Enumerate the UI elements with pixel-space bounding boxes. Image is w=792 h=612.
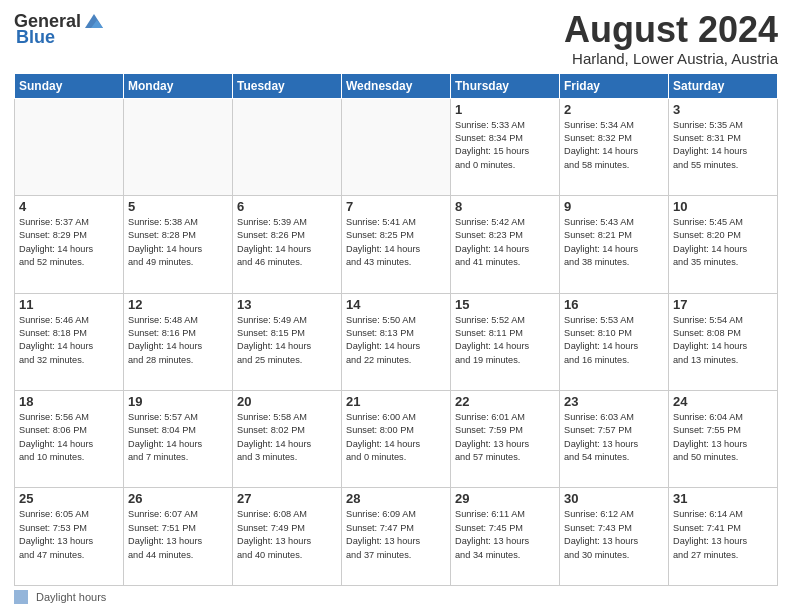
- title-location: Harland, Lower Austria, Austria: [564, 50, 778, 67]
- table-row: 29Sunrise: 6:11 AMSunset: 7:45 PMDayligh…: [451, 488, 560, 586]
- calendar-header-row: Sunday Monday Tuesday Wednesday Thursday…: [15, 73, 778, 98]
- day-info: Sunrise: 5:35 AMSunset: 8:31 PMDaylight:…: [673, 119, 773, 172]
- logo-icon: [83, 10, 105, 32]
- day-number: 3: [673, 102, 773, 117]
- calendar-week-row: 25Sunrise: 6:05 AMSunset: 7:53 PMDayligh…: [15, 488, 778, 586]
- day-number: 13: [237, 297, 337, 312]
- day-info: Sunrise: 5:39 AMSunset: 8:26 PMDaylight:…: [237, 216, 337, 269]
- col-thursday: Thursday: [451, 73, 560, 98]
- day-info: Sunrise: 5:53 AMSunset: 8:10 PMDaylight:…: [564, 314, 664, 367]
- day-number: 21: [346, 394, 446, 409]
- day-number: 11: [19, 297, 119, 312]
- day-info: Sunrise: 6:01 AMSunset: 7:59 PMDaylight:…: [455, 411, 555, 464]
- day-number: 19: [128, 394, 228, 409]
- table-row: 20Sunrise: 5:58 AMSunset: 8:02 PMDayligh…: [233, 391, 342, 488]
- table-row: 4Sunrise: 5:37 AMSunset: 8:29 PMDaylight…: [15, 196, 124, 293]
- day-info: Sunrise: 5:49 AMSunset: 8:15 PMDaylight:…: [237, 314, 337, 367]
- day-info: Sunrise: 6:11 AMSunset: 7:45 PMDaylight:…: [455, 508, 555, 561]
- table-row: 14Sunrise: 5:50 AMSunset: 8:13 PMDayligh…: [342, 293, 451, 390]
- table-row: 12Sunrise: 5:48 AMSunset: 8:16 PMDayligh…: [124, 293, 233, 390]
- day-info: Sunrise: 5:56 AMSunset: 8:06 PMDaylight:…: [19, 411, 119, 464]
- table-row: 10Sunrise: 5:45 AMSunset: 8:20 PMDayligh…: [669, 196, 778, 293]
- col-sunday: Sunday: [15, 73, 124, 98]
- day-number: 18: [19, 394, 119, 409]
- table-row: 2Sunrise: 5:34 AMSunset: 8:32 PMDaylight…: [560, 98, 669, 195]
- col-wednesday: Wednesday: [342, 73, 451, 98]
- table-row: 23Sunrise: 6:03 AMSunset: 7:57 PMDayligh…: [560, 391, 669, 488]
- day-number: 15: [455, 297, 555, 312]
- logo-blue: Blue: [16, 28, 55, 46]
- table-row: 9Sunrise: 5:43 AMSunset: 8:21 PMDaylight…: [560, 196, 669, 293]
- calendar-week-row: 4Sunrise: 5:37 AMSunset: 8:29 PMDaylight…: [15, 196, 778, 293]
- table-row: 1Sunrise: 5:33 AMSunset: 8:34 PMDaylight…: [451, 98, 560, 195]
- day-info: Sunrise: 5:52 AMSunset: 8:11 PMDaylight:…: [455, 314, 555, 367]
- day-info: Sunrise: 5:46 AMSunset: 8:18 PMDaylight:…: [19, 314, 119, 367]
- table-row: 5Sunrise: 5:38 AMSunset: 8:28 PMDaylight…: [124, 196, 233, 293]
- day-info: Sunrise: 5:42 AMSunset: 8:23 PMDaylight:…: [455, 216, 555, 269]
- calendar-week-row: 1Sunrise: 5:33 AMSunset: 8:34 PMDaylight…: [15, 98, 778, 195]
- day-info: Sunrise: 5:33 AMSunset: 8:34 PMDaylight:…: [455, 119, 555, 172]
- footer: Daylight hours: [14, 590, 778, 604]
- table-row: [124, 98, 233, 195]
- calendar: Sunday Monday Tuesday Wednesday Thursday…: [14, 73, 778, 586]
- table-row: [342, 98, 451, 195]
- day-info: Sunrise: 6:03 AMSunset: 7:57 PMDaylight:…: [564, 411, 664, 464]
- day-info: Sunrise: 6:14 AMSunset: 7:41 PMDaylight:…: [673, 508, 773, 561]
- day-info: Sunrise: 6:00 AMSunset: 8:00 PMDaylight:…: [346, 411, 446, 464]
- table-row: 25Sunrise: 6:05 AMSunset: 7:53 PMDayligh…: [15, 488, 124, 586]
- day-number: 30: [564, 491, 664, 506]
- day-number: 20: [237, 394, 337, 409]
- table-row: 22Sunrise: 6:01 AMSunset: 7:59 PMDayligh…: [451, 391, 560, 488]
- legend-box: [14, 590, 28, 604]
- table-row: 21Sunrise: 6:00 AMSunset: 8:00 PMDayligh…: [342, 391, 451, 488]
- day-info: Sunrise: 5:38 AMSunset: 8:28 PMDaylight:…: [128, 216, 228, 269]
- table-row: 3Sunrise: 5:35 AMSunset: 8:31 PMDaylight…: [669, 98, 778, 195]
- day-info: Sunrise: 6:08 AMSunset: 7:49 PMDaylight:…: [237, 508, 337, 561]
- day-info: Sunrise: 6:04 AMSunset: 7:55 PMDaylight:…: [673, 411, 773, 464]
- legend-label: Daylight hours: [36, 591, 106, 603]
- day-info: Sunrise: 5:50 AMSunset: 8:13 PMDaylight:…: [346, 314, 446, 367]
- day-info: Sunrise: 5:57 AMSunset: 8:04 PMDaylight:…: [128, 411, 228, 464]
- title-month: August 2024: [564, 10, 778, 50]
- table-row: 16Sunrise: 5:53 AMSunset: 8:10 PMDayligh…: [560, 293, 669, 390]
- day-number: 5: [128, 199, 228, 214]
- day-info: Sunrise: 6:07 AMSunset: 7:51 PMDaylight:…: [128, 508, 228, 561]
- day-info: Sunrise: 5:54 AMSunset: 8:08 PMDaylight:…: [673, 314, 773, 367]
- day-number: 27: [237, 491, 337, 506]
- day-number: 2: [564, 102, 664, 117]
- day-number: 22: [455, 394, 555, 409]
- col-friday: Friday: [560, 73, 669, 98]
- col-monday: Monday: [124, 73, 233, 98]
- calendar-week-row: 18Sunrise: 5:56 AMSunset: 8:06 PMDayligh…: [15, 391, 778, 488]
- day-number: 14: [346, 297, 446, 312]
- table-row: 28Sunrise: 6:09 AMSunset: 7:47 PMDayligh…: [342, 488, 451, 586]
- title-block: August 2024 Harland, Lower Austria, Aust…: [564, 10, 778, 67]
- day-info: Sunrise: 5:58 AMSunset: 8:02 PMDaylight:…: [237, 411, 337, 464]
- table-row: 11Sunrise: 5:46 AMSunset: 8:18 PMDayligh…: [15, 293, 124, 390]
- day-number: 29: [455, 491, 555, 506]
- day-number: 7: [346, 199, 446, 214]
- table-row: 15Sunrise: 5:52 AMSunset: 8:11 PMDayligh…: [451, 293, 560, 390]
- header: General Blue August 2024 Harland, Lower …: [14, 10, 778, 67]
- table-row: 17Sunrise: 5:54 AMSunset: 8:08 PMDayligh…: [669, 293, 778, 390]
- day-number: 28: [346, 491, 446, 506]
- day-info: Sunrise: 6:09 AMSunset: 7:47 PMDaylight:…: [346, 508, 446, 561]
- day-number: 25: [19, 491, 119, 506]
- day-info: Sunrise: 5:43 AMSunset: 8:21 PMDaylight:…: [564, 216, 664, 269]
- day-number: 8: [455, 199, 555, 214]
- day-number: 1: [455, 102, 555, 117]
- table-row: 30Sunrise: 6:12 AMSunset: 7:43 PMDayligh…: [560, 488, 669, 586]
- table-row: 13Sunrise: 5:49 AMSunset: 8:15 PMDayligh…: [233, 293, 342, 390]
- table-row: 6Sunrise: 5:39 AMSunset: 8:26 PMDaylight…: [233, 196, 342, 293]
- day-number: 16: [564, 297, 664, 312]
- day-info: Sunrise: 5:48 AMSunset: 8:16 PMDaylight:…: [128, 314, 228, 367]
- day-info: Sunrise: 6:05 AMSunset: 7:53 PMDaylight:…: [19, 508, 119, 561]
- day-info: Sunrise: 6:12 AMSunset: 7:43 PMDaylight:…: [564, 508, 664, 561]
- table-row: [233, 98, 342, 195]
- table-row: 24Sunrise: 6:04 AMSunset: 7:55 PMDayligh…: [669, 391, 778, 488]
- logo: General Blue: [14, 10, 105, 46]
- day-number: 10: [673, 199, 773, 214]
- day-number: 23: [564, 394, 664, 409]
- col-tuesday: Tuesday: [233, 73, 342, 98]
- table-row: 31Sunrise: 6:14 AMSunset: 7:41 PMDayligh…: [669, 488, 778, 586]
